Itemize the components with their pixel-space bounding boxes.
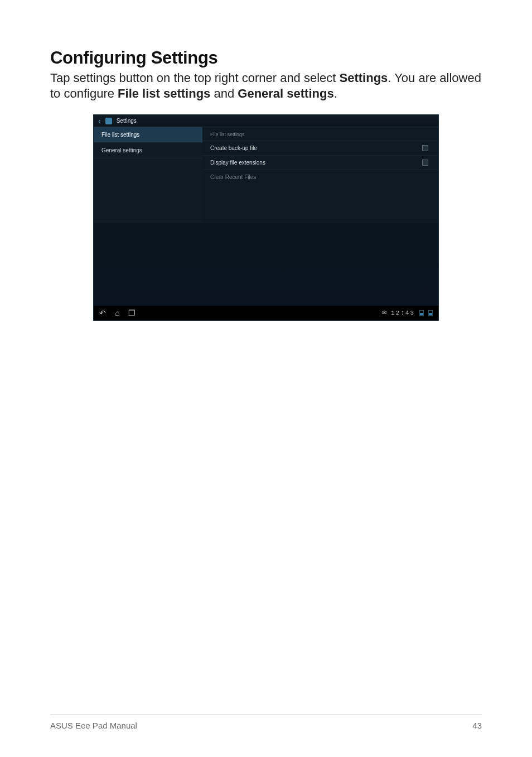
notification-icon: ✉ <box>382 310 386 316</box>
nav-back-icon[interactable]: ↶ <box>99 309 106 317</box>
row-create-backup-file[interactable]: Create back-up file <box>202 141 438 155</box>
sidebar-item-file-list-settings[interactable]: File list settings <box>94 127 202 143</box>
checkbox-create-backup[interactable] <box>422 145 428 151</box>
bold-general-settings: General settings <box>238 86 333 100</box>
back-chevron-icon[interactable]: ‹ <box>98 117 101 125</box>
row-label: Clear Recent Files <box>210 174 256 180</box>
empty-area <box>94 222 438 306</box>
panel-section-title: File list settings <box>202 127 438 141</box>
footer-page-number: 43 <box>472 721 482 730</box>
row-display-file-extensions[interactable]: Display file extensions <box>202 155 438 170</box>
battery-icon <box>428 310 433 316</box>
status-area[interactable]: ✉ 12:43 <box>382 310 433 316</box>
app-title-bar: ‹ Settings <box>94 115 438 127</box>
text-fragment: . <box>334 86 337 100</box>
checkbox-display-extensions[interactable] <box>422 160 428 166</box>
manual-page: Configuring Settings Tap settings button… <box>0 0 532 757</box>
page-footer: ASUS Eee Pad Manual 43 <box>50 715 482 730</box>
system-nav-bar: ↶ ⌂ ❐ ✉ 12:43 <box>94 306 438 320</box>
settings-sidebar: File list settings General settings <box>94 127 202 222</box>
section-heading: Configuring Settings <box>50 48 482 68</box>
title-bar-label: Settings <box>117 118 137 124</box>
bold-settings: Settings <box>340 71 388 85</box>
nav-recent-icon[interactable]: ❐ <box>128 309 136 317</box>
nav-buttons: ↶ ⌂ ❐ <box>99 309 136 317</box>
nav-home-icon[interactable]: ⌂ <box>115 309 119 317</box>
row-clear-recent-files[interactable]: Clear Recent Files <box>202 170 438 184</box>
wifi-icon <box>419 310 424 316</box>
app-icon <box>105 118 112 124</box>
android-tablet-ui: ‹ Settings File list settings General se… <box>93 114 439 321</box>
text-fragment: Tap settings button on the top right cor… <box>50 71 340 85</box>
sidebar-item-general-settings[interactable]: General settings <box>94 143 202 158</box>
settings-content: File list settings General settings File… <box>94 127 438 222</box>
text-fragment: and <box>210 86 238 100</box>
embedded-screenshot: ‹ Settings File list settings General se… <box>93 114 439 321</box>
row-label: Create back-up file <box>210 145 257 151</box>
section-body: Tap settings button on the top right cor… <box>50 70 482 101</box>
row-label: Display file extensions <box>210 160 265 166</box>
footer-manual-title: ASUS Eee Pad Manual <box>50 721 137 730</box>
bold-file-list-settings: File list settings <box>118 86 210 100</box>
settings-panel: File list settings Create back-up file D… <box>202 127 438 222</box>
status-clock: 12:43 <box>391 310 415 316</box>
